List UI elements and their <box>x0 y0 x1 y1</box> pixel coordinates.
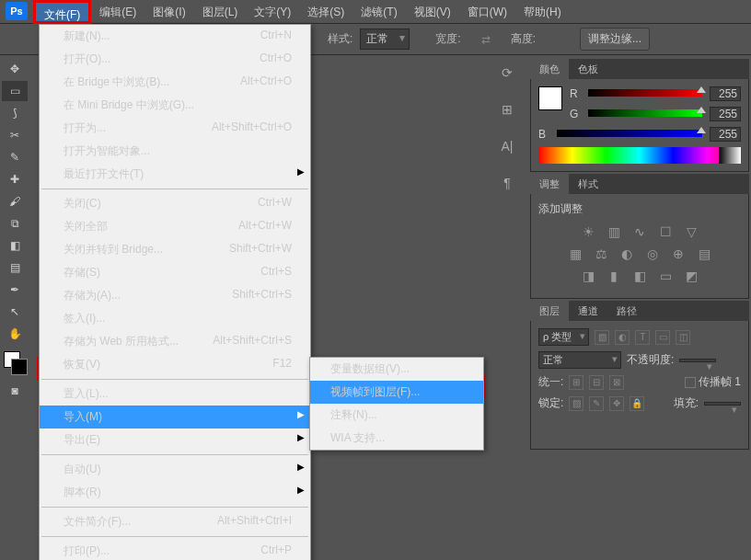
lock-paint-icon[interactable]: ✎ <box>589 396 604 411</box>
foreground-swatch[interactable] <box>538 86 562 110</box>
menuitem[interactable]: 存储为(A)...Shift+Ctrl+S <box>40 284 310 307</box>
eyedropper-tool[interactable]: ✎ <box>2 147 28 167</box>
lock-trans-icon[interactable]: ▨ <box>569 396 583 411</box>
lock-all-icon[interactable]: 🔒 <box>630 396 644 411</box>
brightness-icon[interactable]: ☀ <box>580 224 596 241</box>
menuitem[interactable]: 关闭并转到 Bridge...Shift+Ctrl+W <box>40 238 310 261</box>
lock-pos-icon[interactable]: ✥ <box>609 396 624 411</box>
filter-shape-icon[interactable]: ▭ <box>655 330 670 345</box>
submenu-item[interactable]: WIA 支持... <box>310 427 483 450</box>
menuitem[interactable]: 导出(E)▶ <box>40 429 310 451</box>
tab-color[interactable]: 颜色 <box>530 59 569 79</box>
balance-icon[interactable]: ⚖ <box>593 246 609 263</box>
filter-adjust-icon[interactable]: ◐ <box>615 330 630 345</box>
menuitem[interactable]: 关闭全部Alt+Ctrl+W <box>40 215 310 238</box>
filter-pixel-icon[interactable]: ▧ <box>595 330 609 345</box>
color-swatches[interactable] <box>2 349 28 375</box>
menuitem[interactable]: 新建(N)...Ctrl+N <box>40 25 310 48</box>
hand-tool[interactable]: ✋ <box>2 324 28 344</box>
hue-icon[interactable]: ▦ <box>567 246 583 263</box>
move-tool[interactable]: ✥ <box>2 59 28 79</box>
healing-tool[interactable]: ✚ <box>2 169 28 189</box>
unify-pos-icon[interactable]: ⊞ <box>569 375 583 390</box>
menuitem[interactable]: 签入(I)... <box>40 307 310 330</box>
quickmask-tool[interactable]: ◙ <box>2 381 28 401</box>
spectrum-ramp[interactable] <box>538 147 741 164</box>
properties-icon[interactable]: ⊞ <box>497 99 517 120</box>
menu-view[interactable]: 视图(V) <box>406 0 459 24</box>
menuitem[interactable]: 在 Bridge 中浏览(B)...Alt+Ctrl+O <box>40 71 310 94</box>
eraser-tool[interactable]: ◧ <box>2 235 28 256</box>
style-select[interactable]: 正常 <box>360 29 410 50</box>
vibrance-icon[interactable]: ▽ <box>683 224 699 241</box>
value-B[interactable]: 255 <box>710 127 741 142</box>
gradient-tool[interactable]: ▤ <box>2 257 28 278</box>
slider-R[interactable] <box>588 89 702 98</box>
menu-edit[interactable]: 编辑(E) <box>91 0 144 24</box>
path-tool[interactable]: ↖ <box>2 302 28 322</box>
swap-icon[interactable]: ⇄ <box>481 33 491 46</box>
value-G[interactable]: 255 <box>710 107 741 121</box>
gradmap-icon[interactable]: ▭ <box>657 269 674 285</box>
tab-layers[interactable]: 图层 <box>530 301 569 321</box>
slider-G[interactable] <box>588 109 702 119</box>
filter-smart-icon[interactable]: ◫ <box>676 330 690 345</box>
refine-edge-button[interactable]: 调整边缘... <box>580 28 650 51</box>
menuitem[interactable]: 打印(P)...Ctrl+P <box>40 540 310 560</box>
selective-icon[interactable]: ◩ <box>683 269 699 285</box>
brush-tool[interactable]: 🖌 <box>2 191 28 211</box>
levels-icon[interactable]: ▥ <box>606 224 622 241</box>
photo-filter-icon[interactable]: ◎ <box>644 246 661 263</box>
unify-vis-icon[interactable]: ⊟ <box>589 375 604 390</box>
menuitem[interactable]: 在 Mini Bridge 中浏览(G)... <box>40 94 310 117</box>
exposure-icon[interactable]: ☐ <box>657 224 674 241</box>
fill-input[interactable] <box>704 402 741 406</box>
lasso-tool[interactable]: ⟆ <box>2 103 28 123</box>
menu-file[interactable]: 文件(F) <box>33 0 91 24</box>
unify-style-icon[interactable]: ⊠ <box>609 375 624 390</box>
menuitem[interactable]: 打开(O)...Ctrl+O <box>40 48 310 71</box>
value-R[interactable]: 255 <box>710 86 741 101</box>
tab-swatches[interactable]: 色板 <box>569 59 607 79</box>
crop-tool[interactable]: ✂ <box>2 125 28 145</box>
menu-type[interactable]: 文字(Y) <box>246 0 299 24</box>
menuitem[interactable]: 存储为 Web 所用格式...Alt+Shift+Ctrl+S <box>40 330 310 353</box>
lookup-icon[interactable]: ▤ <box>696 246 712 263</box>
menuitem[interactable]: 脚本(R)▶ <box>40 481 310 504</box>
marquee-tool[interactable]: ▭ <box>2 81 28 101</box>
threshold-icon[interactable]: ◧ <box>631 269 648 285</box>
propagate-checkbox[interactable] <box>685 377 696 388</box>
menuitem[interactable]: 存储(S)Ctrl+S <box>40 261 310 284</box>
submenu-item[interactable]: 视频帧到图层(F)... <box>310 381 483 404</box>
tab-paths[interactable]: 路径 <box>607 301 646 321</box>
curves-icon[interactable]: ∿ <box>631 224 648 241</box>
character-icon[interactable]: A| <box>497 136 517 156</box>
menu-select[interactable]: 选择(S) <box>299 0 352 24</box>
menu-filter[interactable]: 滤镜(T) <box>352 0 405 24</box>
menu-help[interactable]: 帮助(H) <box>515 0 570 24</box>
menu-image[interactable]: 图像(I) <box>144 0 193 24</box>
mixer-icon[interactable]: ⊕ <box>670 246 687 263</box>
tab-adjust[interactable]: 调整 <box>530 174 569 194</box>
paragraph-icon[interactable]: ¶ <box>497 173 517 193</box>
menuitem[interactable]: 自动(U)▶ <box>40 458 310 481</box>
kind-filter[interactable]: ρ 类型 <box>538 328 589 346</box>
menuitem[interactable]: 打开为...Alt+Shift+Ctrl+O <box>40 117 310 140</box>
stamp-tool[interactable]: ⧉ <box>2 213 28 234</box>
blend-mode[interactable]: 正常 <box>538 351 621 369</box>
menu-window[interactable]: 窗口(W) <box>459 0 515 24</box>
menuitem[interactable]: 打开为智能对象... <box>40 140 310 163</box>
tab-styles[interactable]: 样式 <box>569 174 607 194</box>
posterize-icon[interactable]: ▮ <box>606 269 622 285</box>
menu-layer[interactable]: 图层(L) <box>194 0 247 24</box>
menuitem[interactable]: 文件简介(F)...Alt+Shift+Ctrl+I <box>40 510 310 533</box>
slider-B[interactable] <box>557 130 702 139</box>
menuitem[interactable]: 导入(M)▶ <box>40 406 310 429</box>
tab-channels[interactable]: 通道 <box>569 301 607 321</box>
pen-tool[interactable]: ✒ <box>2 280 28 300</box>
menuitem[interactable]: 关闭(C)Ctrl+W <box>40 192 310 215</box>
menuitem[interactable]: 最近打开文件(T)▶ <box>40 163 310 186</box>
invert-icon[interactable]: ◨ <box>580 269 596 285</box>
history-icon[interactable]: ⟳ <box>497 63 517 83</box>
opacity-input[interactable] <box>679 359 716 362</box>
